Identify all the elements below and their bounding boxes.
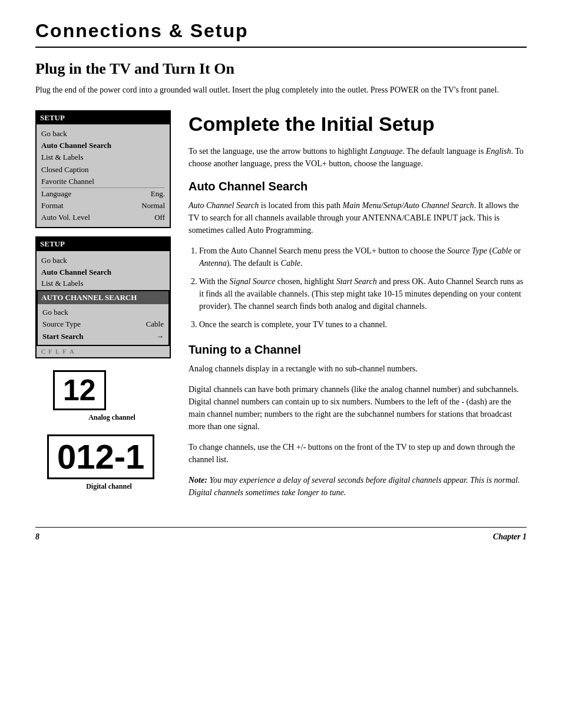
step-2: With the Signal Source chosen, highlight…	[199, 275, 527, 312]
complete-setup-title: Complete the Initial Setup	[189, 110, 527, 139]
menu2-item-listlabels-partial: List & Labels	[41, 278, 165, 288]
tuning-title: Tuning to a Channel	[189, 341, 527, 358]
setup-menu-1-body: Go back Auto Channel Search List & Label…	[37, 124, 170, 228]
page-footer: 8 Chapter 1	[35, 527, 527, 543]
menu1-item-goback: Go back	[41, 128, 165, 140]
setup-menu-1: SETUP Go back Auto Channel Search List &…	[35, 110, 171, 229]
submenu-overlay: AUTO CHANNEL SEARCH Go back Source TypeC…	[37, 290, 170, 346]
left-column: SETUP Go back Auto Channel Search List &…	[35, 110, 171, 503]
setup-menu-2-body: Go back Auto Channel Search List & Label…	[37, 251, 170, 291]
complete-setup-intro: To set the language, use the arrow butto…	[189, 145, 527, 170]
menu1-item-language: LanguageEng.	[41, 187, 165, 200]
tuning-para2: Digital channels can have both primary c…	[189, 383, 527, 433]
setup-menu-2-area: SETUP Go back Auto Channel Search List &…	[35, 236, 171, 358]
step-3: Once the search is complete, your TV tun…	[199, 318, 527, 331]
tuning-para3: To change channels, use the CH +/- butto…	[189, 441, 527, 466]
digital-channel-box: 012-1	[47, 434, 154, 479]
page-title: Connections & Setup	[35, 18, 527, 44]
setup-menu-2-title: SETUP	[37, 238, 170, 251]
step-1: From the Auto Channel Search menu press …	[199, 245, 527, 269]
plug-section-body: Plug the end of the power cord into a gr…	[35, 84, 527, 96]
digital-channel-display: 012-1 Digital channel	[47, 434, 171, 492]
submenu-title: AUTO CHANNEL SEARCH	[38, 291, 168, 304]
submenu-sourcetype: Source TypeCable	[42, 318, 164, 330]
footer-page-number: 8	[35, 531, 39, 543]
auto-channel-search-intro: Auto Channel Search is located from this…	[189, 199, 527, 236]
setup-menu-1-title: SETUP	[37, 111, 170, 124]
menu1-item-cc: Closed Caption	[41, 164, 165, 176]
auto-channel-steps: From the Auto Channel Search menu press …	[199, 245, 527, 331]
menu2-clipped-items: C F L F A	[37, 346, 170, 357]
menu1-item-autosearch: Auto Channel Search	[41, 140, 165, 151]
setup-menu-2: SETUP Go back Auto Channel Search List &…	[35, 236, 171, 358]
tuning-para1: Analog channels display in a rectangle w…	[189, 363, 527, 375]
page-header: Connections & Setup	[35, 18, 527, 48]
menu2-item-autosearch: Auto Channel Search	[41, 266, 165, 278]
right-column: Complete the Initial Setup To set the la…	[189, 110, 527, 503]
footer-chapter: Chapter 1	[493, 531, 527, 543]
menu1-item-autovol: Auto Vol. LevelOff	[41, 212, 165, 223]
analog-channel-display: 12 Analog channel	[53, 370, 171, 423]
analog-channel-label: Analog channel	[53, 413, 171, 423]
submenu-goback: Go back	[42, 307, 164, 318]
menu2-item-goback: Go back	[41, 255, 165, 266]
digital-channel-label: Digital channel	[47, 482, 171, 492]
plug-section-title: Plug in the TV and Turn It On	[35, 58, 527, 80]
submenu-startsearch: Start Search→	[42, 331, 164, 342]
main-layout: SETUP Go back Auto Channel Search List &…	[35, 110, 527, 503]
menu1-item-format: FormatNormal	[41, 200, 165, 212]
menu1-item-fav: Favorite Channel	[41, 176, 165, 187]
submenu-body: Go back Source TypeCable Start Search→	[38, 304, 168, 345]
tuning-note: Note: You may experience a delay of seve…	[189, 474, 527, 499]
menu1-item-listlabels: List & Labels	[41, 151, 165, 163]
auto-channel-search-title: Auto Channel Search	[189, 178, 527, 195]
analog-channel-box: 12	[53, 370, 106, 410]
